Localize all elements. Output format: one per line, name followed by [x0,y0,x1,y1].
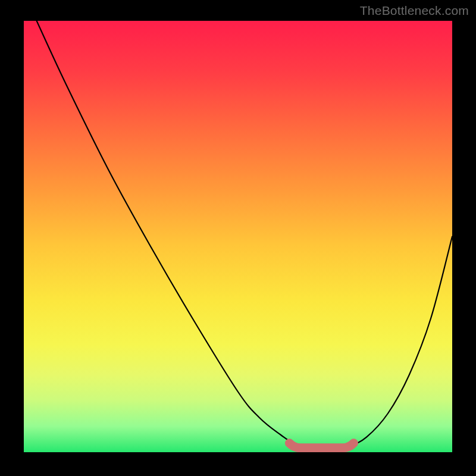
chart-frame: TheBottleneck.com [0,0,476,476]
plot-area [24,21,452,452]
optimal-range-marker [289,443,353,448]
chart-overlay [24,21,452,452]
bottleneck-curve [37,21,452,448]
watermark-text: TheBottleneck.com [360,4,469,18]
